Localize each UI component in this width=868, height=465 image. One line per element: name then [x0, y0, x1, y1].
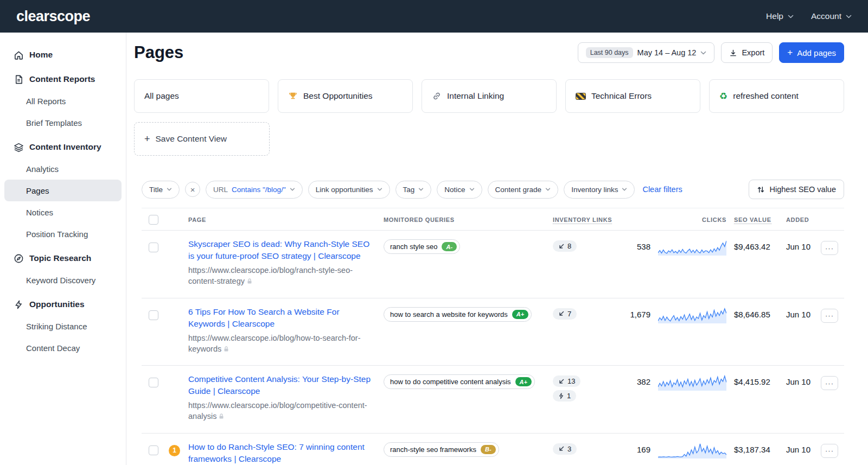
sidebar-item-pages[interactable]: Pages: [4, 180, 122, 201]
report-icon: [13, 74, 24, 85]
page-title-link[interactable]: How to do Ranch-Style SEO: 7 winning con…: [188, 441, 375, 465]
inbound-links-pill[interactable]: 8: [553, 240, 577, 252]
sidebar-item-all-reports[interactable]: All Reports: [4, 90, 122, 112]
chevron-down-icon: [545, 188, 551, 191]
col-monitored-queries: MONITORED QUERIES: [384, 216, 553, 223]
date-range-badge: Last 90 days: [586, 47, 633, 58]
seo-value: $4,415.92: [726, 373, 786, 422]
page-url: https://www.clearscope.io/blog/ranch-sty…: [188, 265, 375, 287]
monitored-query-chip[interactable]: how to do competitive content analysis A…: [384, 374, 535, 389]
filter-bar: Title × URL Contains "/blog/" Link oppor…: [142, 180, 844, 199]
add-pages-button[interactable]: + Add pages: [779, 42, 844, 63]
row-checkbox[interactable]: [149, 445, 158, 455]
sidebar-item-label: Topic Research: [29, 253, 91, 263]
col-added: ADDED: [786, 216, 821, 223]
select-all-checkbox[interactable]: [149, 215, 158, 225]
export-button[interactable]: Export: [721, 42, 773, 63]
ellipsis-icon: ···: [825, 379, 834, 387]
filter-url[interactable]: URL Contains "/blog/": [206, 181, 303, 199]
col-page: PAGE: [188, 216, 384, 223]
col-clicks: CLICKS: [618, 216, 726, 223]
page-title-link[interactable]: 6 Tips For How To Search a Website For K…: [188, 306, 375, 330]
tab-internal-linking[interactable]: Internal Linking: [422, 79, 557, 113]
added-date: Jun 10: [786, 373, 821, 422]
clicks-value: 382: [618, 373, 650, 422]
filter-link-opportunities[interactable]: Link opportunities: [308, 181, 390, 199]
clearscope-logo[interactable]: clearscope: [16, 8, 90, 25]
sidebar-item-position-tracking[interactable]: Position Tracking: [4, 223, 122, 245]
row-checkbox[interactable]: [149, 378, 158, 387]
ellipsis-icon: ···: [825, 311, 834, 320]
tab-refreshed-content[interactable]: ♻ refreshed content: [709, 79, 844, 113]
ellipsis-icon: ···: [825, 447, 834, 455]
filter-url-field: URL: [213, 186, 228, 194]
table-header: PAGE MONITORED QUERIES INVENTORY LINKS C…: [142, 208, 844, 230]
page-url: https://www.clearscope.io/blog/competiti…: [188, 400, 375, 422]
lightning-icon: [13, 299, 24, 310]
inbound-links-pill[interactable]: 3: [553, 443, 577, 455]
tab-all-pages[interactable]: All pages: [134, 79, 269, 113]
added-date: Jun 10: [786, 238, 821, 287]
inbound-links-pill[interactable]: 7: [553, 308, 577, 320]
seo-value: $8,646.85: [726, 306, 786, 355]
query-text: ranch-style seo frameworks: [390, 445, 476, 454]
row-menu-button[interactable]: ···: [821, 444, 838, 458]
page-title-link[interactable]: Competitive Content Analysis: Your Step-…: [188, 373, 375, 397]
sidebar-item-analytics[interactable]: Analytics: [4, 158, 122, 180]
plus-icon: +: [144, 133, 150, 145]
sidebar-item-notices[interactable]: Notices: [4, 201, 122, 223]
link-opportunity-pill[interactable]: 1: [553, 390, 576, 402]
lock-icon: [218, 413, 225, 419]
sidebar-item-topic-research[interactable]: Topic Research: [4, 247, 122, 269]
inbound-links-pill[interactable]: 13: [553, 375, 580, 387]
sidebar-item-brief-templates[interactable]: Brief Templates: [4, 112, 122, 133]
row-menu-button[interactable]: ···: [821, 376, 838, 390]
date-range-text: May 14 – Aug 12: [637, 48, 697, 57]
filter-content-grade[interactable]: Content grade: [488, 181, 559, 199]
row-menu-button[interactable]: ···: [821, 309, 838, 323]
row-checkbox[interactable]: [149, 310, 158, 320]
page-title-link[interactable]: Skyscraper SEO is dead: Why Ranch-Style …: [188, 238, 375, 262]
clear-filters-link[interactable]: Clear filters: [642, 185, 682, 194]
sort-button[interactable]: Highest SEO value: [749, 180, 844, 199]
sidebar-item-keyword-discovery[interactable]: Keyword Discovery: [4, 269, 122, 291]
col-seo-value[interactable]: SEO VALUE: [726, 216, 786, 223]
monitored-query-chip[interactable]: ranch style seo A-: [384, 239, 460, 254]
help-menu[interactable]: Help: [766, 11, 794, 21]
sidebar-item-content-reports[interactable]: Content Reports: [4, 68, 122, 90]
recycle-icon: ♻: [719, 92, 727, 101]
monitored-query-chip[interactable]: ranch-style seo frameworks B-: [384, 442, 499, 457]
date-range-button[interactable]: Last 90 days May 14 – Aug 12: [578, 42, 715, 63]
plus-icon: +: [787, 47, 793, 58]
sidebar: Home Content Reports All Reports Brief T…: [0, 33, 126, 465]
added-date: Jun 10: [786, 441, 821, 465]
save-content-view-button[interactable]: + Save Content View: [134, 122, 270, 156]
sidebar-item-home[interactable]: Home: [4, 44, 122, 66]
query-text: ranch style seo: [390, 243, 437, 251]
clicks-sparkline: [658, 374, 726, 391]
col-inventory-links[interactable]: INVENTORY LINKS: [553, 216, 618, 223]
tab-best-opportunities[interactable]: Best Opportunities: [278, 79, 413, 113]
tab-technical-errors[interactable]: Technical Errors: [565, 79, 700, 113]
row-menu-button[interactable]: ···: [821, 241, 838, 255]
account-menu[interactable]: Account: [811, 11, 852, 21]
chevron-down-icon: [700, 51, 706, 55]
row-checkbox[interactable]: [149, 243, 158, 252]
chevron-down-icon: [622, 188, 627, 191]
content-grade-badge: B-: [481, 445, 496, 454]
chevron-down-icon: [788, 15, 794, 18]
sidebar-item-opportunities[interactable]: Opportunities: [4, 294, 122, 315]
filter-tag[interactable]: Tag: [395, 181, 432, 199]
filter-notice[interactable]: Notice: [437, 181, 482, 199]
filter-title[interactable]: Title: [142, 181, 180, 199]
query-text: how to search a website for keywords: [390, 310, 508, 319]
filter-inventory-links[interactable]: Inventory links: [564, 181, 635, 199]
sidebar-item-striking-distance[interactable]: Striking Distance: [4, 315, 122, 337]
monitored-query-chip[interactable]: how to search a website for keywords A+: [384, 307, 532, 322]
remove-url-filter-button[interactable]: ×: [185, 182, 200, 197]
page-title: Pages: [134, 43, 183, 62]
compass-icon: [13, 253, 24, 264]
position-badge: 1: [169, 445, 180, 456]
sidebar-item-content-decay[interactable]: Content Decay: [4, 337, 122, 359]
sidebar-item-content-inventory[interactable]: Content Inventory: [4, 136, 122, 158]
